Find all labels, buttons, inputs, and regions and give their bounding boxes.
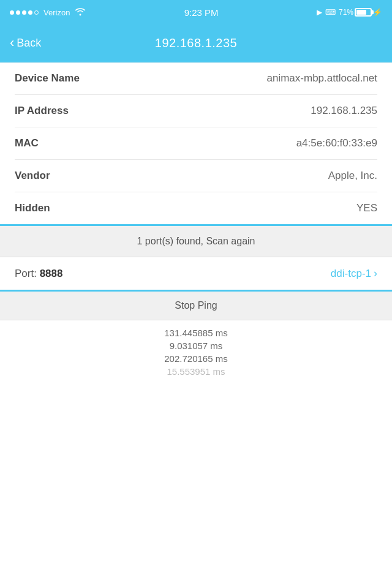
stop-ping-button[interactable]: Stop Ping	[0, 292, 392, 320]
status-time: 9:23 PM	[184, 7, 219, 18]
device-name-value: animax-mbp.attlocal.net	[267, 72, 377, 85]
bluetooth-icon: ⌨	[325, 8, 336, 17]
carrier-label: Verizon	[43, 8, 70, 17]
port-service-name: ddi-tcp-1	[331, 268, 371, 280]
signal-dots	[10, 10, 39, 15]
port-service[interactable]: ddi-tcp-1 ›	[331, 267, 377, 280]
wifi-icon	[75, 7, 86, 18]
mac-row: MAC a4:5e:60:f0:33:e9	[15, 127, 377, 160]
content-area: Device Name animax-mbp.attlocal.net IP A…	[0, 62, 392, 384]
mac-label: MAC	[15, 137, 39, 149]
ping-result-2: 9.031057 ms	[170, 341, 223, 351]
vendor-value: Apple, Inc.	[328, 170, 377, 182]
hidden-row: Hidden YES	[15, 192, 377, 224]
port-chevron-icon: ›	[374, 267, 377, 280]
hidden-value: YES	[356, 202, 377, 214]
back-chevron-icon: ‹	[10, 36, 14, 50]
port-row[interactable]: Port: 8888 ddi-tcp-1 ›	[0, 257, 392, 290]
ip-address-row: IP Address 192.168.1.235	[15, 95, 377, 127]
status-left: Verizon	[10, 7, 86, 18]
vendor-row: Vendor Apple, Inc.	[15, 160, 377, 192]
status-bar: Verizon 9:23 PM ▶ ⌨ 71% ⚡	[0, 0, 392, 24]
back-label: Back	[17, 37, 41, 50]
charging-icon: ⚡	[373, 8, 382, 17]
dot-2	[16, 10, 20, 15]
location-icon: ▶	[317, 8, 322, 17]
nav-bar: ‹ Back 192.168.1.235	[0, 24, 392, 62]
stop-ping-label: Stop Ping	[175, 300, 217, 311]
nav-title: 192.168.1.235	[155, 36, 237, 50]
dot-1	[10, 10, 14, 15]
device-name-label: Device Name	[15, 72, 80, 85]
ip-address-label: IP Address	[15, 105, 69, 117]
dot-3	[22, 10, 26, 15]
hidden-label: Hidden	[15, 202, 50, 214]
port-number: 8888	[40, 268, 63, 279]
ping-results: 131.445885 ms 9.031057 ms 202.720165 ms …	[0, 320, 392, 384]
status-right: ▶ ⌨ 71% ⚡	[317, 8, 382, 17]
scan-text: 1 port(s) found, Scan again	[137, 236, 255, 246]
port-label-container: Port: 8888	[15, 268, 62, 280]
dot-4	[28, 10, 32, 15]
battery-icon	[355, 8, 372, 17]
dot-5	[34, 10, 39, 15]
vendor-label: Vendor	[15, 170, 50, 182]
device-info-section: Device Name animax-mbp.attlocal.net IP A…	[0, 62, 392, 224]
ping-result-1: 131.445885 ms	[164, 328, 227, 338]
back-button[interactable]: ‹ Back	[10, 37, 41, 50]
ip-address-value: 192.168.1.235	[311, 105, 377, 117]
battery-container: 71% ⚡	[339, 8, 382, 17]
mac-value: a4:5e:60:f0:33:e9	[296, 137, 377, 149]
port-label: Port:	[15, 268, 37, 279]
battery-percent: 71%	[339, 8, 353, 17]
battery-fill	[356, 10, 366, 15]
ping-result-4: 15.553951 ms	[167, 366, 225, 377]
scan-section[interactable]: 1 port(s) found, Scan again	[0, 226, 392, 257]
ping-result-3: 202.720165 ms	[164, 353, 227, 364]
device-name-row: Device Name animax-mbp.attlocal.net	[15, 62, 377, 95]
